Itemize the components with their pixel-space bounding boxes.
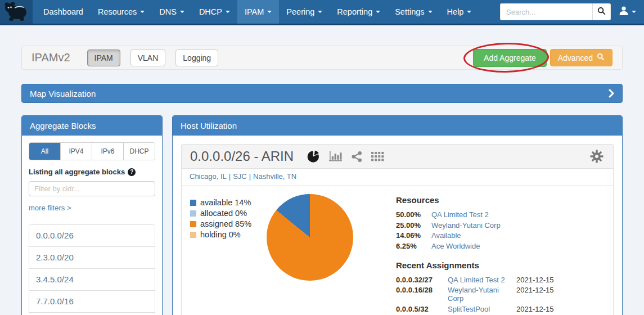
aggregate-blocks-body: All IPV4 IPv6 DHCP Listing all aggregate…: [22, 136, 162, 315]
resource-row: 50.00%QA Limited Test 2: [396, 210, 601, 219]
resource-row: 25.00%Weyland-Yutani Corp: [396, 221, 601, 230]
cidr-filter-input[interactable]: [29, 181, 155, 196]
bar-chart-view-icon[interactable]: [328, 150, 343, 163]
recent-assignments-heading: Recent Assignments: [396, 260, 601, 270]
aggregate-blocks-header: Aggregate Blocks: [22, 116, 162, 136]
caret-down-icon: [428, 11, 433, 13]
resource-row: 6.25%Ace Worldwide: [396, 242, 601, 250]
utilization-pie-chart[interactable]: [267, 194, 353, 281]
nav-item-dns[interactable]: DNS: [152, 0, 192, 24]
block-utilization-card: 0.0.0.0/26 - ARIN: [181, 144, 614, 315]
caret-down-icon: [376, 11, 380, 13]
nav-item-ipam[interactable]: IPAM: [237, 0, 279, 24]
user-menu[interactable]: [616, 6, 638, 18]
nav-item-reporting[interactable]: Reporting: [330, 0, 388, 24]
tab-vlan[interactable]: VLAN: [130, 50, 166, 66]
caret-down-icon: [267, 11, 272, 13]
assignment-cidr: 0.0.0.5/32: [396, 305, 448, 313]
pie-chart-view-icon[interactable]: [307, 150, 320, 163]
block-title: 0.0.0.0/26 - ARIN: [190, 148, 294, 164]
share-icon[interactable]: [351, 151, 363, 163]
assignment-link[interactable]: SplitTestPool: [448, 305, 516, 313]
search-button[interactable]: [592, 3, 611, 20]
assignment-date: 2021-12-15: [516, 276, 601, 284]
list-item-block[interactable]: 7.7.0.0/16: [29, 290, 155, 312]
search-icon: [597, 7, 606, 17]
resource-link[interactable]: QA Limited Test 2: [431, 210, 601, 219]
nav-label: DNS: [159, 7, 177, 16]
resource-link[interactable]: Weyland-Yutani Corp: [431, 221, 601, 230]
caret-down-icon: [632, 11, 636, 13]
nav-item-settings[interactable]: Settings: [388, 0, 439, 24]
tab-ipam[interactable]: IPAM: [87, 50, 120, 66]
tab-logging[interactable]: Logging: [175, 50, 218, 66]
host-utilization-panel: Host Utilization 0.0.0.0/26 - ARIN: [172, 115, 623, 315]
tab-all[interactable]: All: [29, 143, 60, 160]
resource-link[interactable]: Ace Worldwide: [431, 242, 601, 250]
caret-down-icon: [226, 11, 230, 13]
search-input[interactable]: [500, 3, 592, 20]
location-link[interactable]: Chicago, IL: [190, 172, 227, 181]
add-aggregate-button[interactable]: Add Aggregate: [473, 49, 547, 67]
assignment-row: 0.0.0.16/28Weyland-Yutani Corp2021-12-15: [396, 286, 601, 303]
content-columns: Aggregate Blocks All IPV4 IPv6 DHCP List…: [21, 115, 623, 315]
ipam-toolbar: IPAMv2 IPAM VLAN Logging Add Aggregate A…: [21, 46, 623, 70]
assignment-cidr: 0.0.0.32/27: [396, 276, 448, 284]
list-item-block[interactable]: 0.0.0.0/26: [29, 225, 155, 246]
list-item-block[interactable]: 3.4.5.0/24: [29, 268, 155, 290]
list-item-block[interactable]: 2.3.0.0/20: [29, 246, 155, 268]
resources-heading: Resources: [396, 195, 601, 205]
tab-dhcp[interactable]: DHCP: [123, 143, 155, 160]
help-question-icon[interactable]: ?: [128, 168, 136, 176]
resource-link[interactable]: Available: [431, 231, 601, 240]
caret-down-icon: [467, 11, 471, 13]
advanced-label: Advanced: [558, 53, 593, 62]
resource-percent: 6.25%: [396, 242, 431, 250]
aggregate-blocks-panel: Aggregate Blocks All IPV4 IPv6 DHCP List…: [21, 115, 163, 315]
nav-label: DHCP: [199, 7, 222, 16]
host-utilization-header: Host Utilization: [173, 116, 622, 136]
panda-logo-icon: [3, 0, 29, 24]
legend-item-holding: holding 0%: [190, 230, 261, 240]
search-icon: [597, 53, 605, 62]
location-link[interactable]: Nashville, TN: [253, 172, 296, 181]
caret-down-icon: [140, 11, 145, 13]
assignment-date: 2021-12-15: [516, 286, 601, 303]
top-navbar: Dashboard Resources DNS DHCP IPAM Peerin…: [0, 0, 644, 25]
map-visualization-bar[interactable]: Map Visualization: [21, 84, 623, 103]
tab-ipv4[interactable]: IPV4: [60, 143, 92, 160]
assignment-row: 0.0.0.5/32SplitTestPool2021-12-15: [396, 305, 601, 313]
caret-down-icon: [180, 11, 184, 13]
nav-item-dashboard[interactable]: Dashboard: [36, 0, 91, 24]
nav-item-peering[interactable]: Peering: [279, 0, 330, 24]
nav-item-dhcp[interactable]: DHCP: [192, 0, 237, 24]
pie-legend: available 14% allocated 0% assigned 85% …: [190, 197, 261, 315]
list-item-block-partial[interactable]: [29, 312, 155, 315]
assignment-link[interactable]: Weyland-Yutani Corp: [448, 286, 516, 303]
nav-item-help[interactable]: Help: [440, 0, 479, 24]
listing-label: Listing all aggregate blocks ?: [29, 168, 155, 176]
user-icon: [619, 6, 629, 18]
nav-label: Peering: [286, 7, 314, 16]
more-filters-link[interactable]: more filters >: [29, 204, 71, 212]
gear-icon[interactable]: [590, 150, 604, 163]
navbar-right: [500, 0, 644, 24]
nav-label: Dashboard: [43, 7, 83, 16]
page-content: IPAMv2 IPAM VLAN Logging Add Aggregate A…: [0, 46, 644, 315]
nav-label: IPAM: [245, 7, 264, 16]
nav-item-resources[interactable]: Resources: [91, 0, 152, 24]
tab-ipv6[interactable]: IPv6: [92, 143, 123, 160]
resource-row: 14.06%Available: [396, 231, 601, 240]
caret-down-icon: [318, 11, 322, 13]
assignment-link[interactable]: QA Limited Test 2: [448, 276, 516, 284]
advanced-button[interactable]: Advanced: [550, 49, 613, 66]
utilization-content: available 14% allocated 0% assigned 85% …: [182, 186, 613, 315]
listing-label-text: Listing all aggregate blocks: [29, 168, 125, 176]
main-menu: Dashboard Resources DNS DHCP IPAM Peerin…: [36, 0, 479, 24]
app-logo[interactable]: [0, 0, 33, 24]
legend-swatch: [190, 210, 196, 217]
stats-column: Resources 50.00%QA Limited Test 2 25.00%…: [396, 194, 605, 315]
location-link[interactable]: SJC: [233, 172, 247, 181]
resource-percent: 25.00%: [396, 221, 431, 230]
grid-view-icon[interactable]: [371, 151, 384, 162]
